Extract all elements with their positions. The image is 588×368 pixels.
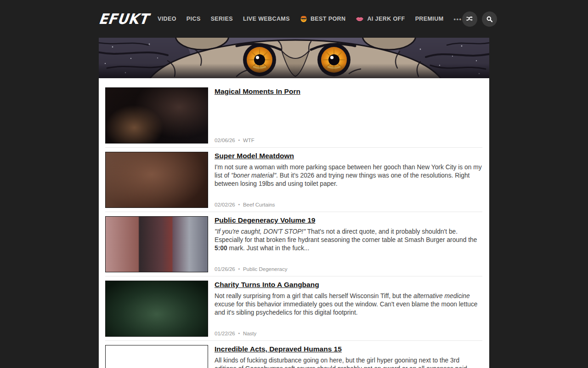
entry-body: Incredible Acts, Depraved Humans 15 All … — [215, 345, 482, 368]
nav-item-label: AI JERK OFF — [367, 16, 405, 22]
video-entry: Magical Moments In Porn 02/06/26 • WTF — [105, 87, 482, 148]
description-text: Not really surprising from a girl that c… — [215, 293, 413, 299]
description-text: All kinds of fucking disturbance going o… — [215, 357, 467, 368]
description-text: mark. Just what in the fuck... — [227, 245, 310, 252]
search-icon — [486, 16, 493, 23]
entry-title: Public Degeneracy Volume 19 — [215, 216, 482, 224]
nav-item: AI JERK OFF — [356, 16, 405, 22]
entry-title-link[interactable]: Public Degeneracy Volume 19 — [215, 216, 315, 224]
shuffle-button[interactable] — [462, 12, 477, 27]
shuffle-icon — [466, 15, 473, 23]
entry-title: Charity Turns Into A Gangbang — [215, 281, 482, 289]
owl-illustration — [99, 38, 489, 78]
nav-item-label: BEST PORN — [311, 16, 346, 22]
header-actions — [462, 12, 497, 27]
entry-meta: 01/26/26 • Public Degeneracy — [215, 266, 482, 272]
entry-body: Public Degeneracy Volume 19 "If you're c… — [215, 216, 482, 272]
nav-item: PREMIUM — [415, 16, 444, 22]
entry-description: I'm not sure a woman with more parking s… — [215, 163, 482, 188]
emoji-face-icon — [300, 15, 307, 23]
entry-meta: 02/02/26 • Beef Curtains — [215, 202, 482, 208]
entry-category-link[interactable]: Public Degeneracy — [243, 266, 288, 272]
banner-owl-artwork[interactable] — [99, 38, 489, 78]
entry-body: Magical Moments In Porn 02/06/26 • WTF — [215, 87, 482, 144]
page-column: EFUKT VIDEOPICSSERIESLIVE WEBCAMSBEST PO… — [99, 0, 489, 368]
nav-item-premium[interactable]: PREMIUM — [415, 16, 444, 22]
video-list: Magical Moments In Porn 02/06/26 • WTF S… — [99, 78, 489, 368]
nav-item-series[interactable]: SERIES — [211, 16, 233, 22]
entry-meta: 02/06/26 • WTF — [215, 138, 482, 144]
nav-item-label: PICS — [187, 16, 201, 22]
video-thumbnail[interactable] — [105, 152, 208, 208]
video-thumbnail[interactable] — [105, 281, 208, 337]
entry-title-link[interactable]: Charity Turns Into A Gangbang — [215, 281, 319, 288]
video-entry: Super Model Meatdown I'm not sure a woma… — [105, 152, 482, 212]
entry-description: "If you're caught, DON'T STOP!" That's n… — [215, 228, 482, 253]
main-nav: VIDEOPICSSERIESLIVE WEBCAMSBEST PORNAI J… — [158, 15, 462, 23]
entry-date: 01/22/26 — [215, 331, 235, 336]
lips-icon — [356, 16, 364, 22]
entry-body: Charity Turns Into A Gangbang Not really… — [215, 281, 482, 337]
entry-date: 02/02/26 — [215, 202, 235, 207]
nav-item: LIVE WEBCAMS — [243, 16, 290, 22]
nav-item-ai-jerk-off[interactable]: AI JERK OFF — [356, 16, 405, 22]
nav-item: SERIES — [211, 16, 233, 22]
top-bar: EFUKT VIDEOPICSSERIESLIVE WEBCAMSBEST PO… — [99, 0, 489, 38]
entry-body: Super Model Meatdown I'm not sure a woma… — [215, 152, 482, 208]
nav-item: BEST PORN — [300, 15, 346, 23]
video-thumbnail[interactable] — [105, 345, 208, 368]
description-text: excuse for this behavior immediately goe… — [215, 301, 477, 316]
video-entry: Public Degeneracy Volume 19 "If you're c… — [105, 216, 482, 276]
nav-item-more[interactable]: ••• — [453, 16, 462, 23]
meta-separator-dot: • — [238, 267, 240, 272]
nav-item-label: ••• — [453, 16, 462, 23]
entry-title-link[interactable]: Magical Moments In Porn — [215, 87, 300, 95]
entry-title: Super Model Meatdown — [215, 152, 482, 160]
logo[interactable]: EFUKT — [98, 11, 149, 28]
entry-description: Not really surprising from a girl that c… — [215, 292, 482, 317]
entry-category-link[interactable]: Beef Curtains — [243, 202, 275, 207]
meta-separator-dot: • — [238, 202, 240, 207]
search-button[interactable] — [482, 12, 497, 27]
nav-item-label: LIVE WEBCAMS — [243, 16, 290, 22]
entry-title-link[interactable]: Incredible Acts, Depraved Humans 15 — [215, 345, 342, 353]
meta-separator-dot: • — [238, 331, 240, 336]
video-thumbnail[interactable] — [105, 216, 208, 272]
entry-date: 02/06/26 — [215, 138, 235, 143]
nav-item-live-webcams[interactable]: LIVE WEBCAMS — [243, 16, 290, 22]
entry-category-link[interactable]: Nasty — [243, 331, 256, 336]
description-text: "boner material" — [231, 172, 276, 179]
description-text: 5:00 — [215, 245, 227, 252]
nav-item-video[interactable]: VIDEO — [158, 16, 176, 22]
nav-item-best-porn[interactable]: BEST PORN — [300, 15, 346, 23]
entry-date: 01/26/26 — [215, 266, 235, 272]
video-entry: Incredible Acts, Depraved Humans 15 All … — [105, 345, 482, 368]
video-entry: Charity Turns Into A Gangbang Not really… — [105, 281, 482, 341]
description-text: alternative medicine — [413, 293, 470, 299]
nav-item-label: VIDEO — [158, 16, 176, 22]
video-thumbnail[interactable] — [105, 87, 208, 144]
entry-title-link[interactable]: Super Model Meatdown — [215, 152, 294, 160]
nav-item-label: PREMIUM — [415, 16, 444, 22]
entry-description: All kinds of fucking disturbance going o… — [215, 356, 482, 368]
entry-title: Magical Moments In Porn — [215, 87, 482, 96]
nav-item: VIDEO — [158, 16, 176, 22]
meta-separator-dot: • — [238, 138, 240, 143]
nav-item: ••• — [453, 16, 462, 23]
nav-item-label: SERIES — [211, 16, 233, 22]
entry-meta: 01/22/26 • Nasty — [215, 331, 482, 337]
entry-title: Incredible Acts, Depraved Humans 15 — [215, 345, 482, 353]
description-text: "If you're caught, DON'T STOP!" — [215, 228, 305, 235]
entry-category-link[interactable]: WTF — [243, 138, 254, 143]
nav-item-pics[interactable]: PICS — [187, 16, 201, 22]
nav-item: PICS — [187, 16, 201, 22]
